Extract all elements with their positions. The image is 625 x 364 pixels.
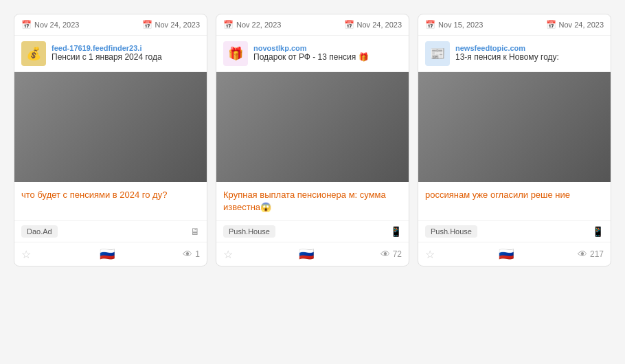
date-left: 📅 Nov 24, 2023 (21, 20, 79, 30)
date-right: 📅 Nov 24, 2023 (546, 20, 604, 30)
cards-container: 📅 Nov 24, 2023 📅 Nov 24, 2023 💰 feed-176… (7, 7, 618, 273)
source-icon: 🎁 (223, 41, 248, 66)
card-header: 📅 Nov 15, 2023 📅 Nov 24, 2023 (418, 14, 611, 36)
source-row: 📰 newsfeedtopic.com 13-я пенсия к Новому… (418, 36, 611, 72)
view-count: 👁 72 (380, 249, 402, 260)
calendar-icon-right: 📅 (344, 20, 354, 30)
device-icon: 🖥 (190, 226, 200, 237)
source-url[interactable]: feed-17619.feedfinder23.i (52, 44, 162, 52)
device-icon: 📱 (592, 226, 604, 237)
card-image[interactable] (14, 72, 207, 182)
card-stats: ☆ 🇷🇺 👁 72 (216, 242, 409, 266)
card-header: 📅 Nov 24, 2023 📅 Nov 24, 2023 (14, 14, 207, 36)
views-number: 72 (393, 249, 402, 259)
source-info: newsfeedtopic.com 13-я пенсия к Новому г… (455, 44, 559, 63)
card-1: 📅 Nov 24, 2023 📅 Nov 24, 2023 💰 feed-176… (14, 14, 207, 266)
flag-icon: 🇷🇺 (499, 247, 514, 262)
date-left-text: Nov 24, 2023 (34, 21, 79, 29)
device-icon: 📱 (390, 226, 402, 237)
view-count: 👁 1 (183, 249, 200, 260)
source-title: Подарок от РФ - 13 пенсия 🎁 (253, 52, 369, 63)
image-placeholder (418, 72, 611, 182)
source-url[interactable]: newsfeedtopic.com (455, 44, 559, 52)
calendar-icon-left: 📅 (223, 20, 234, 30)
source-info: novostlkp.com Подарок от РФ - 13 пенсия … (253, 44, 369, 63)
calendar-icon-left: 📅 (425, 20, 435, 30)
flag-icon: 🇷🇺 (299, 247, 314, 262)
date-right: 📅 Nov 24, 2023 (344, 20, 402, 30)
card-stats: ☆ 🇷🇺 👁 217 (418, 242, 611, 266)
network-badge: Push.House (425, 225, 477, 238)
card-footer: Dao.Ad 🖥 (14, 220, 207, 242)
star-icon[interactable]: ☆ (223, 248, 233, 261)
source-icon: 📰 (425, 41, 450, 66)
star-icon[interactable]: ☆ (425, 248, 435, 261)
calendar-icon-right: 📅 (142, 20, 152, 30)
eye-icon: 👁 (380, 249, 390, 260)
date-left: 📅 Nov 15, 2023 (425, 20, 483, 30)
source-info: feed-17619.feedfinder23.i Пенсии с 1 янв… (52, 44, 162, 63)
source-row: 🎁 novostlkp.com Подарок от РФ - 13 пенси… (216, 36, 409, 72)
date-right-text: Nov 24, 2023 (155, 21, 200, 29)
source-icon: 💰 (21, 41, 46, 66)
image-placeholder (216, 72, 409, 182)
eye-icon: 👁 (183, 249, 192, 260)
card-image[interactable] (418, 72, 611, 182)
card-text: россиянам уже огласили реше ние (418, 182, 611, 220)
card-text: Крупная выплата пенсионера м: сумма изве… (216, 182, 409, 220)
date-left-text: Nov 15, 2023 (438, 21, 483, 29)
card-3: 📅 Nov 15, 2023 📅 Nov 24, 2023 📰 newsfeed… (418, 14, 611, 266)
card-header: 📅 Nov 22, 2023 📅 Nov 24, 2023 (216, 14, 409, 36)
card-image[interactable] (216, 72, 409, 182)
source-row: 💰 feed-17619.feedfinder23.i Пенсии с 1 я… (14, 36, 207, 72)
views-number: 1 (195, 249, 200, 259)
source-url[interactable]: novostlkp.com (253, 44, 369, 52)
card-footer: Push.House 📱 (418, 220, 611, 242)
date-left-text: Nov 22, 2023 (236, 21, 281, 29)
date-left: 📅 Nov 22, 2023 (223, 20, 281, 30)
calendar-icon-right: 📅 (546, 20, 556, 30)
date-right-text: Nov 24, 2023 (357, 21, 402, 29)
eye-icon: 👁 (578, 249, 587, 260)
network-badge: Dao.Ad (21, 225, 58, 238)
view-count: 👁 217 (578, 249, 604, 260)
calendar-icon-left: 📅 (21, 20, 32, 30)
card-2: 📅 Nov 22, 2023 📅 Nov 24, 2023 🎁 novostlk… (216, 14, 409, 266)
views-number: 217 (590, 249, 604, 259)
source-title: Пенсии с 1 января 2024 года (52, 52, 162, 63)
date-right-text: Nov 24, 2023 (559, 21, 604, 29)
card-footer: Push.House 📱 (216, 220, 409, 242)
image-placeholder (14, 72, 207, 182)
network-badge: Push.House (223, 225, 275, 238)
card-text: что будет с пенсиями в 2024 го ду? (14, 182, 207, 220)
card-stats: ☆ 🇷🇺 👁 1 (14, 242, 207, 266)
date-right: 📅 Nov 24, 2023 (142, 20, 200, 30)
source-title: 13-я пенсия к Новому году: (455, 52, 559, 63)
flag-icon: 🇷🇺 (100, 247, 115, 262)
star-icon[interactable]: ☆ (21, 248, 31, 261)
